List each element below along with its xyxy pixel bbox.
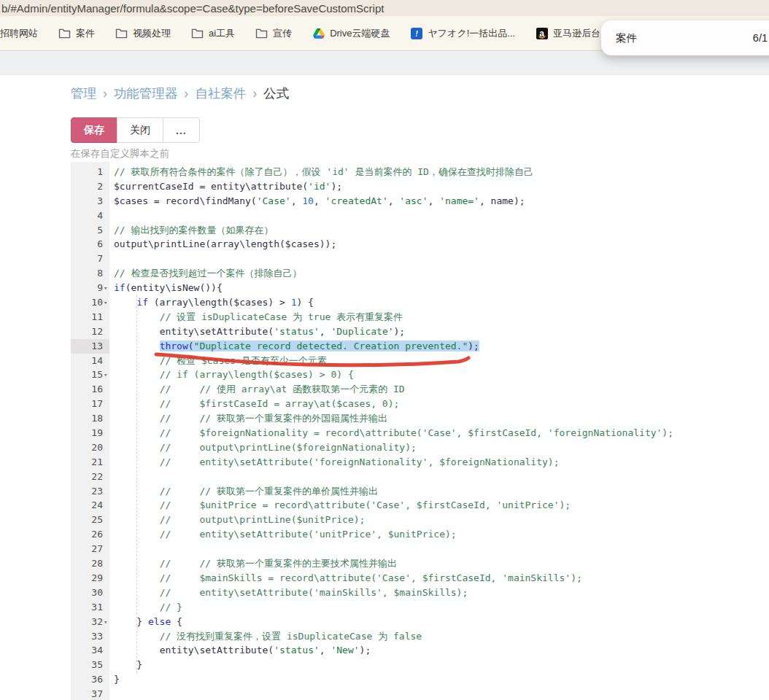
code-line[interactable]: 8// 检查是否找到超过一个案件（排除自己） [71,266,769,281]
line-number: 32▾ [71,615,109,629]
code-line[interactable]: 13 throw("Duplicate record detected. Cre… [71,339,769,354]
bookmark-label: 案件 [76,27,95,40]
line-number: 3 [71,194,109,209]
folder-icon [255,27,268,39]
code-line[interactable]: 23 // // 获取第一个重复案件的单价属性并输出 [71,484,769,499]
line-number: 31 [71,600,109,615]
code-text: // entity\setAttribute('mainSkills', $ma… [109,586,468,600]
code-text: // // 获取第一个重复案件的单价属性并输出 [109,484,378,499]
bookmark-label: Drive云端硬盘 [330,27,390,40]
code-line[interactable]: 30 // entity\setAttribute('mainSkills', … [71,586,769,600]
code-line[interactable]: 15▾ // if (array\length($cases) > 0) { [71,368,769,382]
code-line[interactable]: 1// 获取所有符合条件的案件（除了自己），假设 'id' 是当前案件的 ID，… [71,165,769,179]
bookmark-item[interactable]: 宣传 [255,27,292,40]
bookmark-label: ai工具 [209,27,235,40]
code-line[interactable]: 16 // // 使用 array\at 函数获取第一个元素的 ID [71,382,769,397]
code-line[interactable]: 4 [71,209,769,223]
code-line[interactable]: 34 entity\setAttribute('status', 'New'); [71,643,769,658]
toolbar: 保存 关闭 ... [71,117,769,143]
code-line[interactable]: 10▾ if (array\length($cases) > 1) { [71,295,769,310]
code-text [109,687,114,700]
url-bar[interactable]: b/#Admin/entityManager/formula&scope=Cas… [0,0,769,16]
tab-group-popup[interactable]: 案件 6/1 [601,20,769,55]
fold-arrow-icon[interactable]: ▾ [104,615,111,630]
code-line[interactable]: 7 [71,252,769,266]
code-line[interactable]: 26 // entity\setAttribute('unitPrice', $… [71,527,769,542]
line-number: 5 [71,223,109,238]
code-line[interactable]: 25 // output\printLine($unitPrice); [71,513,769,527]
code-text: // 获取所有符合条件的案件（除了自己），假设 'id' 是当前案件的 ID，确… [109,165,533,179]
amazon-icon: a [536,27,548,39]
code-text: // $foreignNationality = record\attribut… [109,426,673,440]
bookmark-label: ヤフオク!一括出品... [428,27,515,40]
code-line[interactable]: 31 // } [71,600,769,615]
code-line[interactable]: 33 // 没有找到重复案件，设置 isDuplicateCase 为 fals… [71,629,769,644]
selected-text: throw("Duplicate record detected. Creati… [160,341,479,351]
folder-icon [115,27,128,39]
code-line[interactable]: 22 [71,470,769,484]
code-line[interactable]: 28 // // 获取第一个重复案件的主要技术属性并输出 [71,556,769,571]
code-line[interactable]: 3$cases = record\findMany('Case', 10, 'c… [71,194,769,209]
code-line[interactable]: 17 // $firstCaseId = array\at($cases, 0)… [71,397,769,411]
line-number: 36 [71,672,109,687]
google-drive-icon [312,27,325,39]
bookmark-item[interactable]: ai工具 [191,27,235,40]
fold-arrow-icon[interactable]: ▾ [104,368,111,383]
code-line[interactable]: 20 // output\printLine($foreignNationali… [71,440,769,455]
formula-code-editor[interactable]: 1// 获取所有符合条件的案件（除了自己），假设 'id' 是当前案件的 ID，… [71,162,769,700]
code-line[interactable]: 5// 输出找到的案件数量（如果存在） [71,223,769,238]
code-line[interactable]: 9▾if(entity\isNew()){ [71,281,769,295]
code-line[interactable]: 27 [71,542,769,556]
code-line[interactable]: 11 // 设置 isDuplicateCase 为 true 表示有重复案件 [71,310,769,324]
code-text: if(entity\isNew()){ [109,281,223,295]
code-line[interactable]: 29 // $mainSkills = record\attribute('Ca… [71,571,769,586]
code-text: throw("Duplicate record detected. Creati… [109,339,479,354]
bookmark-item[interactable]: 案件 [58,27,95,40]
bookmark-item[interactable]: Drive云端硬盘 [312,27,390,40]
code-line[interactable]: 24 // $unitPrice = record\attribute('Cas… [71,498,769,513]
more-actions-button[interactable]: ... [163,117,200,143]
code-text: // 检查 $cases 是否有至少一个元素 [109,354,327,368]
code-line[interactable]: 21 // entity\setAttribute('foreignNation… [71,455,769,470]
line-number: 35 [71,658,109,672]
code-line[interactable]: 35 } [71,658,769,672]
line-number: 29 [71,571,109,586]
breadcrumb-link-entity-manager[interactable]: 功能管理器 [114,85,178,102]
code-line[interactable]: 19 // $foreignNationality = record\attri… [71,426,769,440]
code-text: // $unitPrice = record\attribute('Case',… [109,498,571,513]
code-text: // 检查是否找到超过一个案件（排除自己） [109,266,301,281]
fold-arrow-icon[interactable]: ▾ [104,296,111,311]
breadcrumb: 管理 › 功能管理器 › 自社案件 › 公式 [71,82,769,104]
folder-icon [58,27,71,39]
breadcrumb-current: 公式 [263,85,289,102]
code-line[interactable]: 32▾ } else { [71,615,769,629]
code-line[interactable]: 18 // // 获取第一个重复案件的外国籍属性并输出 [71,411,769,426]
code-line[interactable]: 36} [71,672,769,687]
save-button[interactable]: 保存 [71,117,117,143]
line-number: 24 [71,498,109,513]
bookmark-item[interactable]: !ヤフオク!一括出品... [410,27,515,40]
code-line[interactable]: 12 entity\setAttribute('status', 'Duplic… [71,324,769,339]
code-line[interactable]: 14 // 检查 $cases 是否有至少一个元素 [71,354,769,368]
code-text [109,542,114,556]
line-number: 17 [71,397,109,411]
breadcrumb-link-admin[interactable]: 管理 [71,85,96,102]
fold-arrow-icon[interactable]: ▾ [104,281,111,296]
close-button[interactable]: 关闭 [117,117,163,143]
bookmark-item[interactable]: a亚马逊后台 [536,27,600,40]
line-number: 22 [71,470,109,484]
bookmark-item[interactable]: 视频处理 [115,27,171,40]
line-number: 12 [71,324,109,339]
bookmark-label: 宣传 [273,27,292,40]
line-number: 1 [71,165,109,179]
code-line[interactable]: 2$currentCaseId = entity\attribute('id')… [71,179,769,194]
code-text: entity\setAttribute('status', 'New'); [109,643,371,658]
code-line[interactable]: 6output\printLine(array\length($cases)); [71,237,769,252]
breadcrumb-link-case[interactable]: 自社案件 [195,85,246,102]
code-line[interactable]: 37 [71,687,769,700]
code-text: $currentCaseId = entity\attribute('id'); [109,179,342,194]
line-number: 34 [71,643,109,658]
bookmark-item[interactable]: 招聘网站 [0,27,38,40]
folder-icon [191,27,204,39]
code-text: // entity\setAttribute('foreignNationali… [109,455,560,470]
